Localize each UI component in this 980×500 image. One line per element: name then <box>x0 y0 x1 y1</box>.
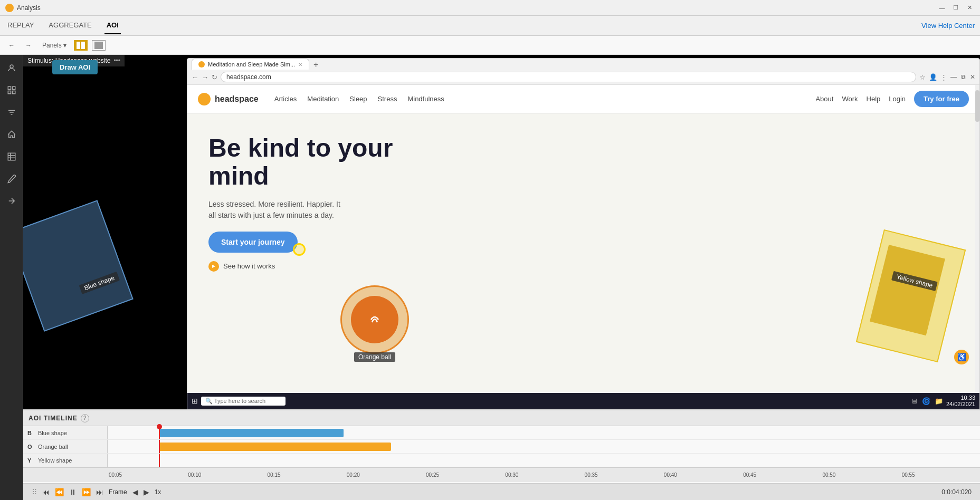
svg-rect-2 <box>94 42 103 49</box>
next-frame-button[interactable]: ⏩ <box>82 488 91 496</box>
track-name-yellow: Yellow shape <box>38 457 72 464</box>
forward-button[interactable]: → <box>22 40 35 51</box>
nav-work[interactable]: Work <box>842 95 858 103</box>
back-button[interactable]: ← <box>5 40 18 51</box>
view-help-link[interactable]: View Help Center <box>921 22 975 30</box>
svg-rect-1 <box>81 42 85 49</box>
panel-view-1[interactable] <box>74 40 88 51</box>
track-content-yellow[interactable] <box>108 454 980 467</box>
orange-ball-aoi[interactable]: Orange ball <box>340 285 409 354</box>
timeline-bar-blue[interactable] <box>159 429 344 437</box>
browser-chrome: Meditation and Sleep Made Sim... ✕ + ← →… <box>187 59 979 85</box>
browser-url-bar[interactable]: headspace.com <box>221 72 916 82</box>
frame-label: Frame <box>109 488 127 496</box>
ruler-mark-5: 00:30 <box>504 472 583 478</box>
browser-tabs: Meditation and Sleep Made Sim... ✕ + <box>187 59 979 70</box>
stimulus-options[interactable]: ••• <box>113 57 120 64</box>
browser-reload-button[interactable]: ↻ <box>212 73 217 81</box>
new-tab-button[interactable]: + <box>310 60 321 70</box>
panels-button[interactable]: Panels ▾ <box>39 40 70 51</box>
nav-help[interactable]: Help <box>867 95 881 103</box>
minimize-button[interactable]: — <box>937 3 947 13</box>
hero-title: Be kind to your mind <box>208 134 409 190</box>
nav-meditation[interactable]: Meditation <box>307 95 339 103</box>
sidebar-icon-table[interactable] <box>4 149 20 165</box>
panel-view-2[interactable] <box>92 40 106 51</box>
taskbar-search[interactable]: 🔍 Type here to search <box>201 397 286 406</box>
yellow-shape-aoi-container[interactable]: Yellow shape ♿ <box>858 227 969 380</box>
taskbar-icon-3[interactable]: 📁 <box>935 397 943 405</box>
browser-restore[interactable]: ⧉ <box>961 73 966 81</box>
taskbar-icon-2[interactable]: 🌀 <box>922 397 930 405</box>
headspace-logo[interactable]: headspace <box>198 93 259 105</box>
skip-back-button[interactable]: ⏮ <box>42 488 50 496</box>
nav-mindfulness[interactable]: Mindfulness <box>407 95 444 103</box>
track-row-blue: B Blue shape <box>23 426 980 440</box>
sidebar-icon-user[interactable] <box>4 60 20 76</box>
browser-scrollbar[interactable] <box>975 85 979 393</box>
forward-icon: → <box>25 42 32 49</box>
tab-aggregate[interactable]: AGGREGATE <box>46 17 93 34</box>
main-layout: Stimulus: Headspace website ••• Draw AOI… <box>0 55 980 500</box>
sidebar-icon-pen[interactable] <box>4 171 20 187</box>
play-icon: ▶ <box>208 261 219 272</box>
frame-next-button[interactable]: ▶ <box>144 488 149 496</box>
nav-articles[interactable]: Articles <box>274 95 297 103</box>
headspace-nav-right: About Work Help Login Try for free <box>815 91 969 107</box>
nav-about[interactable]: About <box>815 95 833 103</box>
panels-label: Panels <box>42 42 62 49</box>
nav-login[interactable]: Login <box>889 95 906 103</box>
try-for-free-button[interactable]: Try for free <box>914 91 969 107</box>
browser-forward-button[interactable]: → <box>202 73 208 81</box>
start-journey-button[interactable]: Start your journey <box>208 232 298 253</box>
taskbar-icon-1[interactable]: 🖥 <box>911 397 918 405</box>
sidebar-icon-export[interactable] <box>4 193 20 209</box>
headspace-content: headspace Articles Meditation Sleep Stre… <box>187 85 979 393</box>
browser-tab[interactable]: Meditation and Sleep Made Sim... ✕ <box>192 59 309 70</box>
playhead-yellow <box>159 454 160 467</box>
browser-close[interactable]: ✕ <box>970 73 975 81</box>
browser-profile-button[interactable]: 👤 <box>929 73 937 81</box>
playback-time: 0:0:04:020 <box>941 488 972 496</box>
tab-close-button[interactable]: ✕ <box>298 62 302 68</box>
yellow-shape-aoi[interactable]: Yellow shape <box>856 229 966 362</box>
skip-forward-button[interactable]: ⏭ <box>96 488 103 496</box>
ruler-mark-2: 00:15 <box>267 472 346 478</box>
timeline-bar-orange[interactable] <box>159 443 391 451</box>
browser-minimize[interactable]: — <box>950 73 957 81</box>
track-content-blue[interactable] <box>108 426 980 439</box>
frame-prev-button[interactable]: ◀ <box>132 488 138 496</box>
sidebar-icon-home[interactable] <box>4 127 20 142</box>
window-controls: — ☐ ✕ <box>937 3 975 13</box>
start-menu-button[interactable]: ⊞ <box>192 397 198 405</box>
restore-button[interactable]: ☐ <box>950 3 961 13</box>
close-button[interactable]: ✕ <box>964 3 975 13</box>
app-icon <box>5 4 14 12</box>
browser-bookmark-button[interactable]: ☆ <box>919 73 926 81</box>
prev-frame-button[interactable]: ⏪ <box>55 488 64 496</box>
svg-rect-7 <box>12 91 15 94</box>
scrollbar-thumb[interactable] <box>975 90 979 122</box>
sidebar-icon-filter[interactable] <box>4 104 20 120</box>
browser-more-button[interactable]: ⋮ <box>940 73 947 81</box>
tab-replay[interactable]: REPLAY <box>5 17 36 34</box>
browser-back-button[interactable]: ← <box>192 73 198 81</box>
play-pause-button[interactable]: ⏸ <box>69 488 77 496</box>
tab-aoi[interactable]: AOI <box>104 17 121 34</box>
nav-sleep[interactable]: Sleep <box>349 95 367 103</box>
track-name-blue: Blue shape <box>38 430 67 436</box>
sidebar-icon-grid[interactable] <box>4 82 20 98</box>
svg-rect-0 <box>77 42 80 49</box>
panel-single-icon <box>94 42 103 49</box>
playback-bar: ⠿ ⏮ ⏪ ⏸ ⏩ ⏭ Frame ◀ ▶ 1x 0:0:04:020 <box>23 483 980 500</box>
timeline-info-button[interactable]: ? <box>81 414 89 422</box>
track-content-orange[interactable] <box>108 440 980 453</box>
track-label-yellow: Y Yellow shape <box>23 454 108 467</box>
nav-stress[interactable]: Stress <box>378 95 397 103</box>
see-how-link[interactable]: ▶ See how it works <box>208 261 958 272</box>
svg-point-3 <box>10 65 13 68</box>
draw-aoi-button[interactable]: Draw AOI <box>52 60 98 74</box>
blue-shape-aoi[interactable]: Blue shape <box>23 200 134 332</box>
orange-ball-aoi-container[interactable]: Orange ball <box>340 285 409 354</box>
toolbar: ← → Panels ▾ <box>0 36 980 55</box>
